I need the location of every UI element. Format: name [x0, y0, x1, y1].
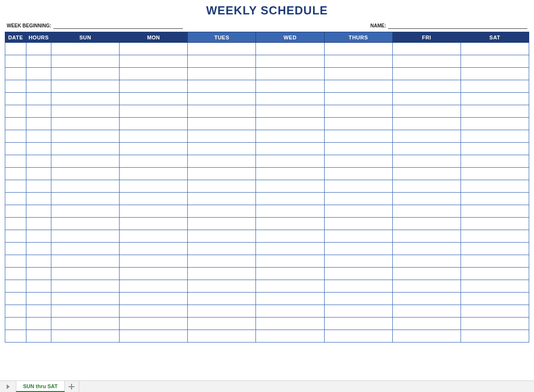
cell-mon[interactable]	[120, 230, 188, 243]
cell-hours[interactable]	[26, 318, 51, 330]
cell-thurs[interactable]	[324, 105, 392, 118]
cell-thurs[interactable]	[324, 193, 392, 205]
cell-mon[interactable]	[120, 218, 188, 230]
cell-mon[interactable]	[120, 80, 188, 93]
cell-sat[interactable]	[461, 143, 529, 155]
cell-tues[interactable]	[188, 205, 256, 218]
cell-mon[interactable]	[120, 318, 188, 330]
cell-tues[interactable]	[188, 55, 256, 68]
cell-fri[interactable]	[392, 68, 461, 80]
cell-sat[interactable]	[461, 80, 529, 93]
cell-sun[interactable]	[51, 118, 120, 130]
cell-fri[interactable]	[392, 168, 461, 180]
cell-date[interactable]	[5, 230, 26, 243]
cell-hours[interactable]	[26, 305, 51, 318]
cell-mon[interactable]	[120, 130, 188, 143]
cell-wed[interactable]	[256, 268, 324, 280]
cell-thurs[interactable]	[324, 168, 392, 180]
cell-fri[interactable]	[392, 43, 461, 55]
cell-tues[interactable]	[188, 193, 256, 205]
cell-thurs[interactable]	[324, 68, 392, 80]
cell-sun[interactable]	[51, 80, 120, 93]
cell-date[interactable]	[5, 280, 26, 293]
cell-tues[interactable]	[188, 280, 256, 293]
cell-mon[interactable]	[120, 105, 188, 118]
cell-sun[interactable]	[51, 230, 120, 243]
cell-fri[interactable]	[392, 118, 461, 130]
cell-mon[interactable]	[120, 243, 188, 255]
cell-tues[interactable]	[188, 243, 256, 255]
cell-sun[interactable]	[51, 193, 120, 205]
cell-date[interactable]	[5, 168, 26, 180]
cell-sun[interactable]	[51, 255, 120, 268]
cell-wed[interactable]	[256, 180, 324, 193]
cell-thurs[interactable]	[324, 180, 392, 193]
cell-fri[interactable]	[392, 155, 461, 168]
cell-wed[interactable]	[256, 43, 324, 55]
cell-tues[interactable]	[188, 305, 256, 318]
cell-hours[interactable]	[26, 155, 51, 168]
cell-sat[interactable]	[461, 293, 529, 305]
cell-fri[interactable]	[392, 205, 461, 218]
cell-mon[interactable]	[120, 143, 188, 155]
cell-sun[interactable]	[51, 218, 120, 230]
cell-tues[interactable]	[188, 180, 256, 193]
cell-tues[interactable]	[188, 330, 256, 343]
cell-mon[interactable]	[120, 280, 188, 293]
cell-mon[interactable]	[120, 55, 188, 68]
cell-mon[interactable]	[120, 268, 188, 280]
cell-tues[interactable]	[188, 218, 256, 230]
cell-mon[interactable]	[120, 193, 188, 205]
cell-sun[interactable]	[51, 318, 120, 330]
cell-date[interactable]	[5, 130, 26, 143]
cell-sat[interactable]	[461, 130, 529, 143]
cell-wed[interactable]	[256, 218, 324, 230]
cell-fri[interactable]	[392, 180, 461, 193]
cell-sun[interactable]	[51, 155, 120, 168]
cell-wed[interactable]	[256, 305, 324, 318]
cell-mon[interactable]	[120, 68, 188, 80]
cell-fri[interactable]	[392, 280, 461, 293]
cell-tues[interactable]	[188, 155, 256, 168]
cell-fri[interactable]	[392, 193, 461, 205]
cell-wed[interactable]	[256, 143, 324, 155]
cell-wed[interactable]	[256, 243, 324, 255]
cell-sat[interactable]	[461, 305, 529, 318]
cell-hours[interactable]	[26, 293, 51, 305]
add-sheet-button[interactable]	[65, 381, 79, 392]
cell-hours[interactable]	[26, 180, 51, 193]
cell-date[interactable]	[5, 180, 26, 193]
cell-wed[interactable]	[256, 130, 324, 143]
cell-sun[interactable]	[51, 68, 120, 80]
cell-fri[interactable]	[392, 93, 461, 105]
cell-mon[interactable]	[120, 118, 188, 130]
cell-hours[interactable]	[26, 243, 51, 255]
cell-thurs[interactable]	[324, 205, 392, 218]
cell-date[interactable]	[5, 305, 26, 318]
cell-hours[interactable]	[26, 205, 51, 218]
cell-thurs[interactable]	[324, 293, 392, 305]
cell-date[interactable]	[5, 318, 26, 330]
cell-hours[interactable]	[26, 218, 51, 230]
cell-mon[interactable]	[120, 43, 188, 55]
cell-sat[interactable]	[461, 243, 529, 255]
cell-wed[interactable]	[256, 330, 324, 343]
cell-hours[interactable]	[26, 255, 51, 268]
cell-wed[interactable]	[256, 118, 324, 130]
cell-fri[interactable]	[392, 318, 461, 330]
cell-hours[interactable]	[26, 130, 51, 143]
cell-mon[interactable]	[120, 305, 188, 318]
cell-tues[interactable]	[188, 255, 256, 268]
cell-sat[interactable]	[461, 193, 529, 205]
name-input[interactable]	[388, 23, 527, 29]
cell-tues[interactable]	[188, 130, 256, 143]
cell-mon[interactable]	[120, 293, 188, 305]
cell-tues[interactable]	[188, 318, 256, 330]
cell-date[interactable]	[5, 330, 26, 343]
cell-wed[interactable]	[256, 80, 324, 93]
cell-fri[interactable]	[392, 105, 461, 118]
cell-sat[interactable]	[461, 205, 529, 218]
cell-thurs[interactable]	[324, 268, 392, 280]
cell-tues[interactable]	[188, 105, 256, 118]
cell-tues[interactable]	[188, 268, 256, 280]
